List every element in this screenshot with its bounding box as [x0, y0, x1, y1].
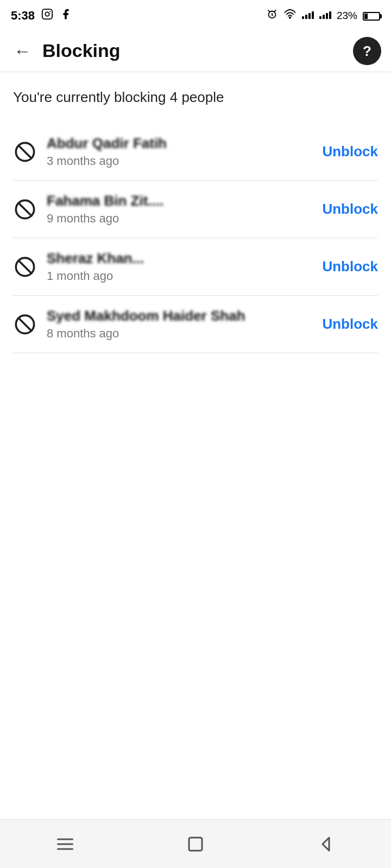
unblock-button[interactable]: Unblock	[322, 312, 378, 336]
back-triangle-icon	[316, 834, 336, 854]
blocked-info: Sheraz Khan... 1 month ago	[47, 250, 312, 283]
blocked-time: 1 month ago	[47, 269, 312, 283]
nav-back-button[interactable]	[304, 828, 348, 860]
menu-icon	[55, 834, 75, 854]
nav-menu-button[interactable]	[43, 828, 87, 860]
blocked-item: Sheraz Khan... 1 month ago Unblock	[13, 238, 378, 296]
unblock-button[interactable]: Unblock	[322, 255, 378, 278]
block-icon	[13, 197, 37, 221]
blocked-list: Abdur Qadir Fatih 3 months ago Unblock F…	[13, 123, 378, 353]
svg-line-5	[275, 10, 276, 12]
blocked-time: 8 months ago	[47, 327, 312, 341]
nav-home-button[interactable]	[174, 828, 217, 860]
page-title: Blocking	[42, 40, 353, 61]
back-arrow-icon: ←	[14, 42, 31, 60]
signal1-icon	[302, 10, 314, 22]
svg-line-10	[18, 203, 31, 216]
toolbar: ← Blocking ?	[0, 30, 391, 72]
block-icon	[13, 255, 37, 279]
unblock-button[interactable]: Unblock	[322, 140, 378, 163]
blocked-name: Abdur Qadir Fatih	[47, 135, 253, 152]
svg-line-8	[18, 145, 31, 158]
blocked-time: 3 months ago	[47, 154, 312, 168]
blocked-item: Syed Makhdoom Haider Shah 8 months ago U…	[13, 296, 378, 353]
blocked-item: Fahama Bin Zit.... 9 months ago Unblock	[13, 181, 378, 238]
svg-line-14	[18, 318, 31, 331]
facebook-icon	[60, 8, 72, 23]
battery-icon	[363, 10, 380, 22]
main-content: You're currently blocking 4 people Abdur…	[0, 72, 391, 353]
svg-marker-19	[323, 838, 329, 851]
blocking-count-text: You're currently blocking 4 people	[13, 87, 378, 107]
help-icon: ?	[363, 44, 371, 58]
svg-point-6	[289, 17, 291, 18]
alarm-icon	[266, 8, 278, 23]
home-square-icon	[186, 834, 205, 854]
nav-bar	[0, 819, 391, 868]
wifi-icon	[283, 8, 297, 23]
svg-point-2	[49, 11, 51, 12]
blocked-item: Abdur Qadir Fatih 3 months ago Unblock	[13, 123, 378, 181]
signal2-icon	[319, 10, 331, 22]
blocked-name: Fahama Bin Zit....	[47, 193, 253, 209]
unblock-button[interactable]: Unblock	[322, 197, 378, 221]
battery-percentage: 23%	[337, 10, 357, 22]
block-icon	[13, 312, 37, 336]
status-right: 23%	[266, 8, 380, 23]
blocked-info: Syed Makhdoom Haider Shah 8 months ago	[47, 308, 312, 341]
help-button[interactable]: ?	[353, 37, 381, 65]
back-button[interactable]: ←	[10, 39, 35, 63]
instagram-icon	[41, 8, 53, 23]
blocked-name: Syed Makhdoom Haider Shah	[47, 308, 253, 324]
blocked-time: 9 months ago	[47, 212, 312, 226]
time-display: 5:38	[11, 9, 35, 23]
svg-line-4	[268, 10, 270, 12]
status-left: 5:38	[11, 8, 72, 23]
svg-line-12	[18, 260, 31, 273]
status-bar: 5:38	[0, 0, 391, 30]
svg-point-1	[45, 12, 49, 16]
blocked-name: Sheraz Khan...	[47, 250, 253, 267]
svg-rect-0	[42, 9, 52, 19]
svg-rect-18	[189, 838, 202, 851]
blocked-info: Abdur Qadir Fatih 3 months ago	[47, 135, 312, 168]
block-icon	[13, 140, 37, 164]
blocked-info: Fahama Bin Zit.... 9 months ago	[47, 193, 312, 226]
